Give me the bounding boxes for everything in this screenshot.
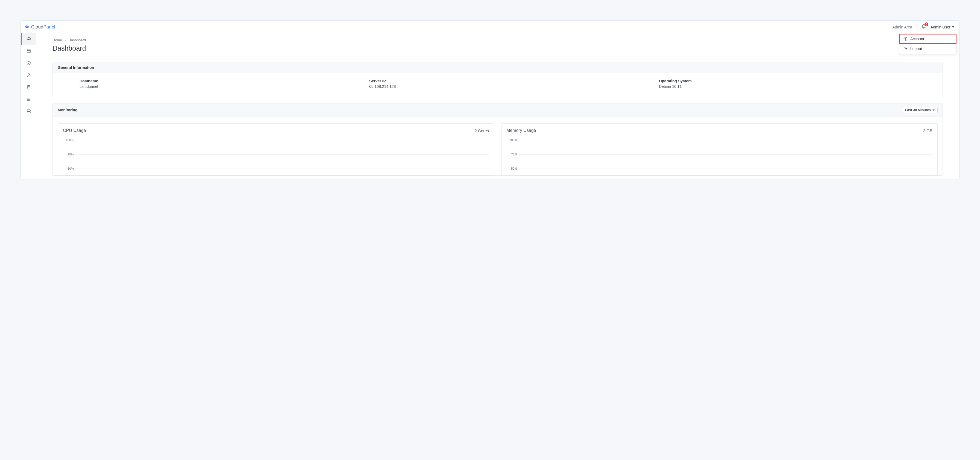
ytick-100: 100% <box>63 139 74 142</box>
divider <box>916 25 917 30</box>
time-range-select[interactable]: Last 30 Minutes <box>902 107 938 113</box>
cloud-icon <box>25 24 30 30</box>
ytick-75: 75% <box>506 153 517 156</box>
logout-icon <box>903 46 908 51</box>
hostname-value: cloudpanel <box>80 84 358 89</box>
page-title: Dashboard <box>52 44 943 56</box>
account-label: Account <box>910 37 924 41</box>
os-value: Debian 10.11 <box>659 84 938 89</box>
ytick-75: 75% <box>63 153 74 156</box>
user-dropdown: Account Logout <box>899 34 956 54</box>
cpu-chart-sub: 2 Cores <box>474 128 489 133</box>
window-icon <box>26 49 31 54</box>
brand-logo[interactable]: CloudPanel <box>25 24 55 30</box>
shield-icon <box>26 61 31 65</box>
memory-chart-sub: 2 GB <box>923 128 932 133</box>
memory-chart-area: 100% 75% 50% <box>506 137 932 176</box>
breadcrumb: Home › Dashboard <box>52 38 943 42</box>
svg-point-6 <box>28 73 30 75</box>
user-menu-label: Admin User <box>931 25 950 29</box>
breadcrumb-home[interactable]: Home <box>52 38 62 42</box>
svg-rect-5 <box>27 50 30 53</box>
caret-down-icon <box>952 26 954 28</box>
cpu-chart-card: CPU Usage 2 Cores 100% 75% 50% <box>58 123 494 176</box>
general-info-card: General Information Hostname cloudpanel … <box>52 62 943 97</box>
time-range-label: Last 30 Minutes <box>905 108 931 112</box>
serverip-label: Server IP <box>369 79 648 83</box>
monitoring-header: Monitoring <box>58 108 77 112</box>
gear-icon <box>903 37 908 41</box>
chevron-right-icon: › <box>65 38 66 42</box>
sidebar-item-sites[interactable] <box>21 45 36 57</box>
gauge-icon <box>26 37 31 42</box>
notifications-badge: 0 <box>924 22 928 26</box>
caret-down-icon <box>932 109 935 111</box>
memory-chart-title: Memory Usage <box>506 128 536 133</box>
brand-text-1: Cloud <box>31 24 43 30</box>
logout-menu-item[interactable]: Logout <box>899 44 956 54</box>
list-check-icon <box>26 97 31 102</box>
brand-text-2: Panel <box>43 24 55 30</box>
notifications-button[interactable]: 0 <box>921 24 926 30</box>
serverip-value: 65.108.214.128 <box>369 84 648 89</box>
sidebar-item-security[interactable] <box>21 57 36 69</box>
ytick-100: 100% <box>506 139 517 142</box>
database-icon <box>26 85 31 90</box>
ytick-50: 50% <box>63 167 74 170</box>
cpu-chart-title: CPU Usage <box>63 128 86 133</box>
sidebar-item-dashboard[interactable] <box>21 33 36 45</box>
sidebar <box>21 33 36 179</box>
main-content: Home › Dashboard Dashboard General Infor… <box>36 33 959 179</box>
ytick-50: 50% <box>506 167 517 170</box>
breadcrumb-current: Dashboard <box>68 38 86 42</box>
topbar: CloudPanel Admin Area 0 Admin User <box>21 21 959 33</box>
general-info-header: General Information <box>53 62 943 73</box>
hostname-label: Hostname <box>80 79 358 83</box>
svg-point-3 <box>905 38 906 39</box>
sidebar-item-logs[interactable] <box>21 93 36 105</box>
user-icon <box>26 73 31 78</box>
sidebar-item-databases[interactable] <box>21 81 36 93</box>
account-menu-item[interactable]: Account <box>899 34 956 44</box>
cpu-chart-area: 100% 75% 50% <box>63 137 489 176</box>
sidebar-item-servers[interactable] <box>21 105 36 117</box>
server-icon <box>26 109 31 114</box>
svg-point-7 <box>27 85 30 87</box>
monitoring-card: Monitoring Last 30 Minutes CPU Usage 2 C… <box>52 103 943 176</box>
logout-label: Logout <box>910 46 922 51</box>
memory-chart-card: Memory Usage 2 GB 100% 75% 50% <box>501 123 938 176</box>
sidebar-item-users[interactable] <box>21 69 36 81</box>
admin-area-link[interactable]: Admin Area <box>892 25 912 29</box>
app-window: CloudPanel Admin Area 0 Admin User <box>21 21 959 179</box>
user-menu-toggle[interactable]: Admin User <box>931 25 954 29</box>
os-label: Operating System <box>659 79 938 83</box>
